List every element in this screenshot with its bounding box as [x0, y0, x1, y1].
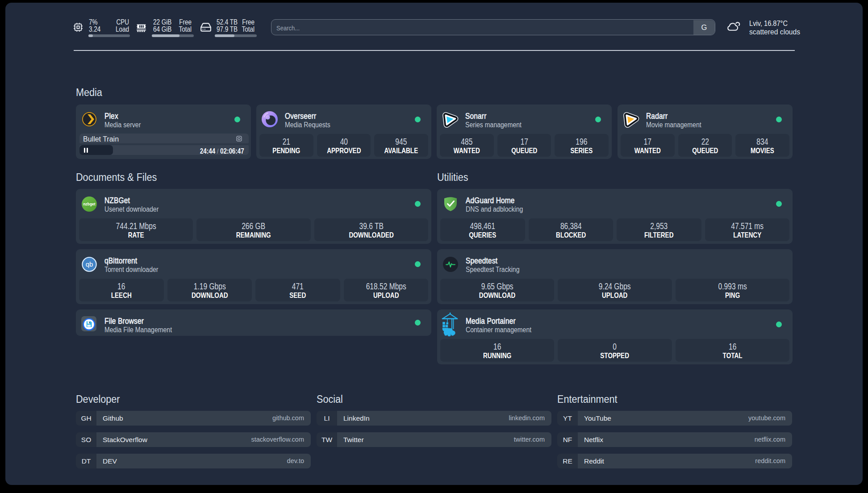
svg-text:nzbget: nzbget [83, 202, 96, 206]
svg-text:qb: qb [86, 260, 93, 268]
